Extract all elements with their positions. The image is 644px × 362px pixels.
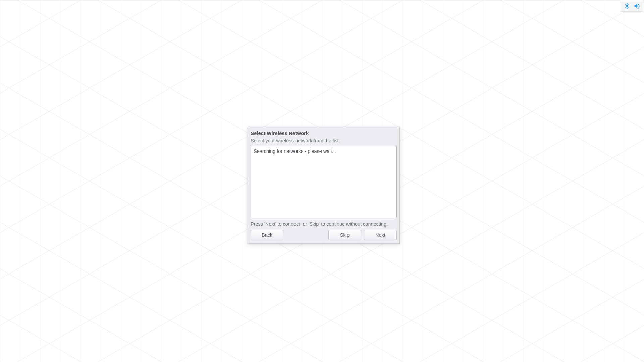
- network-list-status: Searching for networks - please wait...: [254, 148, 394, 154]
- bluetooth-icon[interactable]: [623, 2, 631, 10]
- network-list[interactable]: Searching for networks - please wait...: [251, 146, 397, 218]
- wifi-setup-dialog: Select Wireless Network Select your wire…: [248, 127, 400, 244]
- dialog-hint: Press 'Next' to connect, or 'Skip' to co…: [251, 221, 397, 227]
- system-tray: [621, 1, 643, 12]
- dialog-subtitle: Select your wireless network from the li…: [251, 138, 397, 143]
- button-spacer: [286, 230, 326, 240]
- dialog-button-row: Back Skip Next: [251, 230, 397, 240]
- skip-button[interactable]: Skip: [328, 230, 361, 240]
- next-button[interactable]: Next: [364, 230, 397, 240]
- volume-icon[interactable]: [633, 2, 641, 10]
- top-divider: [0, 0, 644, 0]
- back-button[interactable]: Back: [251, 230, 283, 240]
- dialog-title: Select Wireless Network: [251, 130, 397, 136]
